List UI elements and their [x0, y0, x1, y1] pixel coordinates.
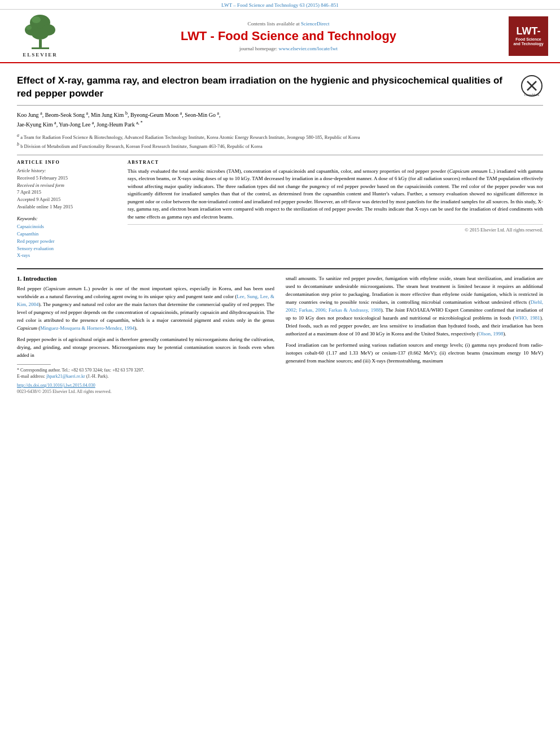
issn-line: 0023-6438/© 2015 Elsevier Ltd. All right…	[17, 389, 274, 394]
top-bar: LWT – Food Science and Technology 63 (20…	[0, 0, 560, 10]
svg-text:CrossMark: CrossMark	[524, 93, 540, 97]
abstract-heading: ABSTRACT	[128, 160, 543, 165]
affiliation-b: b b Division of Metabolism and Functiona…	[17, 141, 543, 150]
authors-section: Koo Jung a, Beom-Seok Song a, Min Jung K…	[17, 110, 543, 129]
intro-para2: Red pepper powder is of agricultural ori…	[17, 336, 274, 360]
svg-point-5	[32, 28, 49, 40]
article-title: Effect of X-ray, gamma ray, and electron…	[17, 75, 520, 101]
abstract-text: This study evaluated the total aerobic m…	[128, 168, 543, 221]
svg-point-6	[32, 16, 41, 23]
main-left-col: 1. Introduction Red pepper (Capsicum ann…	[17, 275, 274, 394]
keyword-sensory: Sensory evaluation	[17, 245, 119, 252]
sciencedirect-link[interactable]: ScienceDirect	[301, 21, 329, 27]
right-para2: Food irradiation can be performed using …	[286, 342, 543, 365]
copyright-line: © 2015 Elsevier Ltd. All rights reserved…	[128, 224, 543, 233]
history-label: Article history:	[17, 168, 119, 173]
author-seon-min: Seon-Min Go a,	[185, 112, 220, 118]
author-yun-jong: Yun-Jong Lee a,	[59, 121, 97, 128]
journal-title-section: Contents lists available at ScienceDirec…	[71, 21, 506, 51]
author-beom-seok: Beom-Seok Song a,	[45, 112, 91, 118]
footnote-corresponding: * Corresponding author. Tel.: +82 63 570…	[17, 367, 274, 379]
main-two-col: 1. Introduction Red pepper (Capsicum ann…	[17, 275, 543, 394]
publisher-logo-section: ELSEVIER	[9, 14, 71, 58]
journal-name: LWT - Food Science and Technology	[77, 29, 500, 43]
author-byeong-geum: Byeong-Geum Moon a,	[130, 112, 185, 118]
journal-citation: LWT – Food Science and Technology 63 (20…	[221, 2, 338, 8]
revised-label: Received in revised form 7 April 2015	[17, 182, 119, 196]
available-date: Available online 1 May 2015	[17, 204, 119, 211]
article-body: Effect of X-ray, gamma ray, and electron…	[0, 63, 560, 400]
keyword-capsanthin: Capsanthin	[17, 230, 119, 238]
journal-header: ELSEVIER Contents lists available at Sci…	[0, 10, 560, 63]
author-jae-kyung: Jae-Kyung Kim a,	[17, 121, 59, 128]
main-right-col: small amounts. To sanitize red pepper po…	[286, 275, 543, 394]
homepage-link[interactable]: www.elsevier.com/locate/lwt	[279, 46, 338, 51]
journal-homepage-line: journal homepage: www.elsevier.com/locat…	[77, 46, 500, 51]
svg-rect-0	[39, 40, 42, 48]
keyword-capsaicinoids: Capsaicinoids	[17, 223, 119, 230]
title-section: Effect of X-ray, gamma ray, and electron…	[17, 69, 543, 106]
info-abstract-section: ARTICLE INFO Article history: Received 5…	[17, 155, 543, 259]
main-content: 1. Introduction Red pepper (Capsicum ann…	[17, 268, 543, 394]
svg-point-7	[26, 25, 32, 30]
affiliation-a: a a Team for Radiation Food Science & Bi…	[17, 132, 543, 141]
intro-heading: 1. Introduction	[17, 275, 274, 282]
received-date: Received 5 February 2015	[17, 175, 119, 182]
keyword-xrays: X-rays	[17, 252, 119, 259]
keywords-heading: Keywords:	[17, 216, 119, 221]
crossmark-icon: CrossMark	[520, 75, 543, 97]
abstract-col: ABSTRACT This study evaluated the total …	[128, 160, 543, 259]
right-para1: small amounts. To sanitize red pepper po…	[286, 275, 543, 338]
email-link[interactable]: jhpark21@kaeri.re.kr	[46, 374, 85, 379]
intro-para1: Red pepper (Capsicum annum L.) powder is…	[17, 285, 274, 333]
elsevier-wordmark: ELSEVIER	[23, 52, 58, 58]
keywords-section: Keywords: Capsaicinoids Capsanthin Red p…	[17, 216, 119, 259]
accepted-date: Accepted 9 April 2015	[17, 196, 119, 203]
contents-available: Contents lists available at ScienceDirec…	[77, 21, 500, 27]
elsevier-tree-icon	[15, 14, 65, 51]
keyword-red-pepper: Red pepper powder	[17, 238, 119, 245]
article-info-col: ARTICLE INFO Article history: Received 5…	[17, 160, 119, 259]
svg-rect-1	[32, 47, 49, 49]
author-jong-heum: Jong-Heum Park a, *	[97, 121, 143, 128]
lwt-logo: LWT- Food Scienceand Technology	[509, 16, 548, 56]
article-info-heading: ARTICLE INFO	[17, 160, 119, 165]
author-min-jung: Min Jung Kim b,	[91, 112, 130, 118]
doi-link: http://dx.doi.org/10.1016/j.lwt.2015.04.…	[17, 383, 274, 388]
author-koo-jung: Koo Jung a,	[17, 112, 45, 118]
lwt-logo-section: LWT- Food Scienceand Technology	[506, 16, 551, 56]
affiliations-section: a a Team for Radiation Food Science & Bi…	[17, 132, 543, 150]
footnote-divider	[17, 364, 51, 365]
